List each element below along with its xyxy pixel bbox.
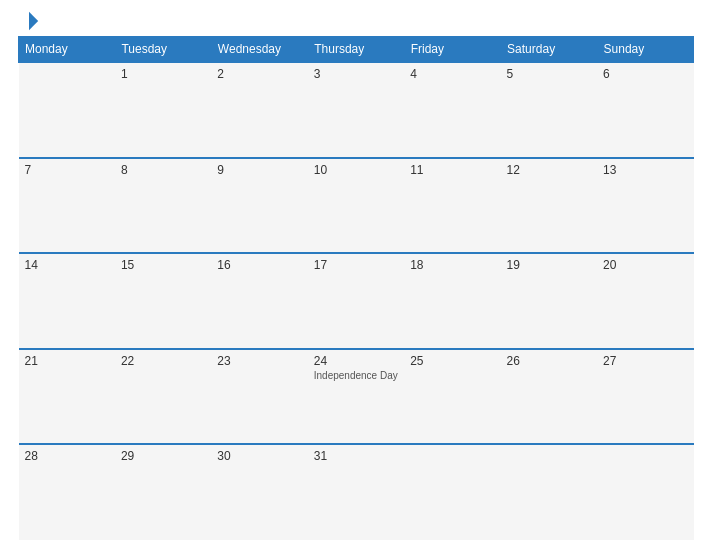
day-number: 31: [314, 449, 398, 463]
day-number: 24: [314, 354, 398, 368]
day-number: 19: [507, 258, 591, 272]
day-number: 21: [25, 354, 109, 368]
calendar-cell: 26: [501, 349, 597, 445]
calendar-cell: 9: [211, 158, 307, 254]
calendar-cell: 7: [19, 158, 115, 254]
calendar-table: MondayTuesdayWednesdayThursdayFridaySatu…: [18, 36, 694, 540]
calendar-cell: 29: [115, 444, 211, 540]
calendar-cell: 17: [308, 253, 404, 349]
day-number: 5: [507, 67, 591, 81]
day-number: 3: [314, 67, 398, 81]
day-number: 17: [314, 258, 398, 272]
day-number: 11: [410, 163, 494, 177]
calendar-cell: 15: [115, 253, 211, 349]
week-row-1: 123456: [19, 62, 694, 158]
day-number: 28: [25, 449, 109, 463]
weekday-header-tuesday: Tuesday: [115, 37, 211, 63]
day-number: 30: [217, 449, 301, 463]
day-number: 25: [410, 354, 494, 368]
calendar-cell: 28: [19, 444, 115, 540]
calendar-cell: 20: [597, 253, 693, 349]
day-number: 10: [314, 163, 398, 177]
calendar-cell: [404, 444, 500, 540]
calendar-cell: 4: [404, 62, 500, 158]
day-number: 27: [603, 354, 687, 368]
calendar-cell: 22: [115, 349, 211, 445]
day-number: 20: [603, 258, 687, 272]
calendar-cell: 23: [211, 349, 307, 445]
svg-marker-0: [29, 12, 38, 30]
week-row-2: 78910111213: [19, 158, 694, 254]
weekday-header-sunday: Sunday: [597, 37, 693, 63]
calendar-cell: [19, 62, 115, 158]
weekday-header-monday: Monday: [19, 37, 115, 63]
calendar-cell: [501, 444, 597, 540]
calendar-cell: 1: [115, 62, 211, 158]
calendar-cell: 12: [501, 158, 597, 254]
day-number: 16: [217, 258, 301, 272]
logo-icon: [18, 10, 40, 32]
weekday-header-row: MondayTuesdayWednesdayThursdayFridaySatu…: [19, 37, 694, 63]
top-bar: [18, 10, 694, 32]
day-number: 2: [217, 67, 301, 81]
day-number: 18: [410, 258, 494, 272]
weekday-header-friday: Friday: [404, 37, 500, 63]
calendar-cell: 13: [597, 158, 693, 254]
calendar-cell: 10: [308, 158, 404, 254]
day-number: 22: [121, 354, 205, 368]
day-number: 4: [410, 67, 494, 81]
calendar-cell: 11: [404, 158, 500, 254]
weekday-header-saturday: Saturday: [501, 37, 597, 63]
calendar-cell: 5: [501, 62, 597, 158]
day-number: 14: [25, 258, 109, 272]
logo: [18, 10, 44, 32]
calendar-cell: 8: [115, 158, 211, 254]
calendar-cell: 2: [211, 62, 307, 158]
calendar-cell: 14: [19, 253, 115, 349]
calendar-cell: [597, 444, 693, 540]
day-event: Independence Day: [314, 370, 398, 381]
calendar-cell: 6: [597, 62, 693, 158]
day-number: 9: [217, 163, 301, 177]
calendar-cell: 16: [211, 253, 307, 349]
day-number: 26: [507, 354, 591, 368]
week-row-3: 14151617181920: [19, 253, 694, 349]
week-row-5: 28293031: [19, 444, 694, 540]
calendar-cell: 31: [308, 444, 404, 540]
calendar-cell: 30: [211, 444, 307, 540]
day-number: 12: [507, 163, 591, 177]
weekday-header-wednesday: Wednesday: [211, 37, 307, 63]
calendar-cell: 21: [19, 349, 115, 445]
calendar-cell: 18: [404, 253, 500, 349]
calendar-cell: 25: [404, 349, 500, 445]
week-row-4: 21222324Independence Day252627: [19, 349, 694, 445]
day-number: 7: [25, 163, 109, 177]
calendar-cell: 3: [308, 62, 404, 158]
calendar-page: MondayTuesdayWednesdayThursdayFridaySatu…: [0, 0, 712, 550]
day-number: 6: [603, 67, 687, 81]
day-number: 15: [121, 258, 205, 272]
day-number: 23: [217, 354, 301, 368]
day-number: 1: [121, 67, 205, 81]
day-number: 13: [603, 163, 687, 177]
day-number: 8: [121, 163, 205, 177]
calendar-cell: 19: [501, 253, 597, 349]
weekday-header-thursday: Thursday: [308, 37, 404, 63]
calendar-cell: 24Independence Day: [308, 349, 404, 445]
calendar-cell: 27: [597, 349, 693, 445]
day-number: 29: [121, 449, 205, 463]
